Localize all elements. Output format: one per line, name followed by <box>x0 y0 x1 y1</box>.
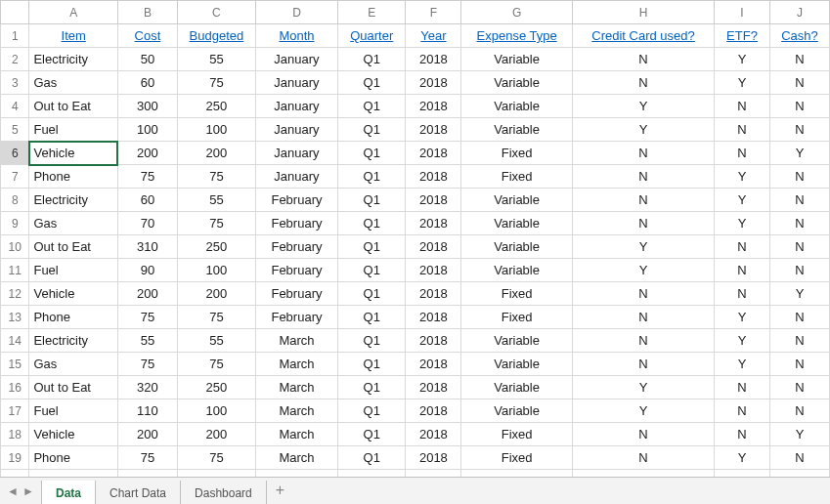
cell-I17[interactable]: N <box>715 399 770 423</box>
cell-A19[interactable]: Phone <box>29 446 117 470</box>
row-header[interactable]: 11 <box>1 259 29 282</box>
cell-E15[interactable]: Q1 <box>338 353 406 376</box>
cell-J16[interactable]: N <box>769 376 829 399</box>
cell-C13[interactable]: 75 <box>177 306 255 329</box>
row-header[interactable]: 5 <box>1 118 29 142</box>
cell-A5[interactable]: Fuel <box>29 118 117 142</box>
cell-D13[interactable]: February <box>255 306 337 329</box>
row-header[interactable]: 1 <box>1 24 29 48</box>
cell-A8[interactable]: Electricity <box>29 189 117 212</box>
cell-H5[interactable]: Y <box>572 118 714 142</box>
cell-E10[interactable]: Q1 <box>338 235 406 259</box>
select-all-corner[interactable] <box>1 1 29 24</box>
cell-E5[interactable]: Q1 <box>338 118 406 142</box>
cell-J19[interactable]: N <box>769 446 829 470</box>
cell-G14[interactable]: Variable <box>461 329 573 353</box>
cell-J10[interactable]: N <box>769 235 829 259</box>
cell-H20[interactable] <box>572 470 714 478</box>
row-header[interactable]: 20 <box>1 470 29 478</box>
cell-G15[interactable]: Variable <box>461 353 573 376</box>
cell-A6[interactable]: Vehicle <box>29 142 117 165</box>
cell-C8[interactable]: 55 <box>177 189 255 212</box>
cell-I14[interactable]: Y <box>715 329 770 353</box>
cell-F15[interactable]: 2018 <box>406 353 461 376</box>
row-header[interactable]: 7 <box>1 165 29 189</box>
cell-D18[interactable]: March <box>255 423 337 446</box>
cell-G9[interactable]: Variable <box>461 212 573 235</box>
sheet-tab[interactable]: Dashboard <box>180 481 267 504</box>
cell-I18[interactable]: N <box>715 423 770 446</box>
cell-A10[interactable]: Out to Eat <box>29 235 117 259</box>
cell-D16[interactable]: March <box>255 376 337 399</box>
tab-prev-icon[interactable]: ◄ <box>6 484 20 498</box>
cell-C2[interactable]: 55 <box>177 48 255 71</box>
cell-I15[interactable]: Y <box>715 353 770 376</box>
cell-J8[interactable]: N <box>769 189 829 212</box>
cell-E17[interactable]: Q1 <box>338 399 406 423</box>
cell-E13[interactable]: Q1 <box>338 306 406 329</box>
cell-A2[interactable]: Electricity <box>29 48 117 71</box>
cell-H12[interactable]: N <box>572 282 714 306</box>
cell-C17[interactable]: 100 <box>177 399 255 423</box>
cell-F3[interactable]: 2018 <box>406 71 461 95</box>
cell-F5[interactable]: 2018 <box>406 118 461 142</box>
cell-J3[interactable]: N <box>769 71 829 95</box>
cell-E2[interactable]: Q1 <box>338 48 406 71</box>
row-header[interactable]: 9 <box>1 212 29 235</box>
cell-B9[interactable]: 70 <box>117 212 177 235</box>
column-header-B[interactable]: B <box>117 1 177 24</box>
cell-H16[interactable]: Y <box>572 376 714 399</box>
cell-B15[interactable]: 75 <box>117 353 177 376</box>
cell-C16[interactable]: 250 <box>177 376 255 399</box>
cell-B11[interactable]: 90 <box>117 259 177 282</box>
cell-B17[interactable]: 110 <box>117 399 177 423</box>
cell-H11[interactable]: Y <box>572 259 714 282</box>
cell-B19[interactable]: 75 <box>117 446 177 470</box>
spreadsheet-grid[interactable]: ABCDEFGHIJ1ItemCostBudgetedMonthQuarterY… <box>0 0 830 477</box>
cell-B6[interactable]: 200 <box>117 142 177 165</box>
cell-D12[interactable]: February <box>255 282 337 306</box>
cell-H15[interactable]: N <box>572 353 714 376</box>
row-header[interactable]: 15 <box>1 353 29 376</box>
row-header[interactable]: 18 <box>1 423 29 446</box>
cell-H7[interactable]: N <box>572 165 714 189</box>
row-header[interactable]: 13 <box>1 306 29 329</box>
header-cell-B[interactable]: Cost <box>117 24 177 48</box>
header-cell-E[interactable]: Quarter <box>338 24 406 48</box>
cell-D4[interactable]: January <box>255 95 337 118</box>
cell-G11[interactable]: Variable <box>461 259 573 282</box>
cell-D15[interactable]: March <box>255 353 337 376</box>
header-cell-I[interactable]: ETF? <box>715 24 770 48</box>
column-header-J[interactable]: J <box>769 1 829 24</box>
cell-B13[interactable]: 75 <box>117 306 177 329</box>
cell-F9[interactable]: 2018 <box>406 212 461 235</box>
header-cell-F[interactable]: Year <box>406 24 461 48</box>
cell-F8[interactable]: 2018 <box>406 189 461 212</box>
cell-G7[interactable]: Fixed <box>461 165 573 189</box>
cell-E4[interactable]: Q1 <box>338 95 406 118</box>
cell-J13[interactable]: N <box>769 306 829 329</box>
cell-B12[interactable]: 200 <box>117 282 177 306</box>
row-header[interactable]: 12 <box>1 282 29 306</box>
cell-F14[interactable]: 2018 <box>406 329 461 353</box>
cell-E6[interactable]: Q1 <box>338 142 406 165</box>
cell-H8[interactable]: N <box>572 189 714 212</box>
tab-next-icon[interactable]: ► <box>22 484 35 498</box>
sheet-tab[interactable]: Data <box>41 481 96 504</box>
cell-A11[interactable]: Fuel <box>29 259 117 282</box>
cell-F16[interactable]: 2018 <box>406 376 461 399</box>
column-header-F[interactable]: F <box>406 1 461 24</box>
cell-E19[interactable]: Q1 <box>338 446 406 470</box>
cell-J6[interactable]: Y <box>769 142 829 165</box>
cell-A16[interactable]: Out to Eat <box>29 376 117 399</box>
cell-H2[interactable]: N <box>572 48 714 71</box>
column-header-G[interactable]: G <box>461 1 573 24</box>
cell-C7[interactable]: 75 <box>177 165 255 189</box>
cell-E12[interactable]: Q1 <box>338 282 406 306</box>
cell-I6[interactable]: N <box>715 142 770 165</box>
cell-E8[interactable]: Q1 <box>338 189 406 212</box>
cell-I12[interactable]: N <box>715 282 770 306</box>
cell-A14[interactable]: Electricity <box>29 329 117 353</box>
cell-J17[interactable]: N <box>769 399 829 423</box>
cell-B7[interactable]: 75 <box>117 165 177 189</box>
